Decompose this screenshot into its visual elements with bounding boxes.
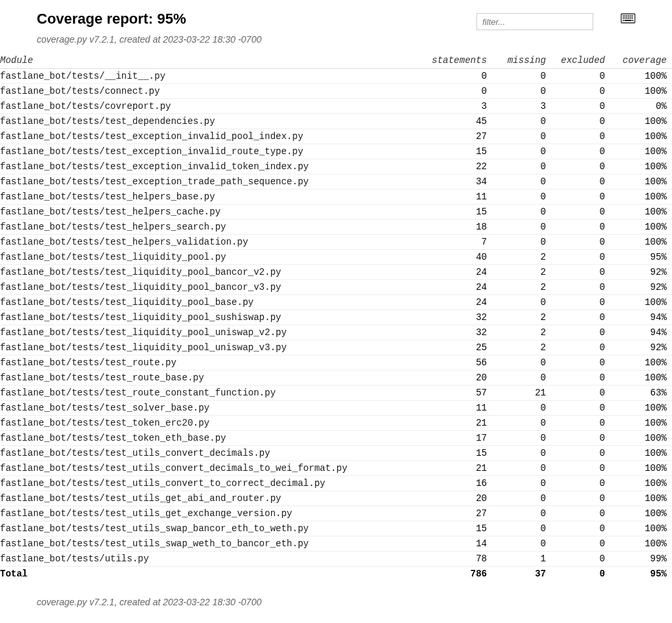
cell-cov: 100% — [613, 461, 672, 476]
module-link[interactable]: fastlane_bot/tests/test_route_constant_f… — [0, 386, 423, 401]
table-row: fastlane_bot/tests/test_solver_base.py11… — [0, 401, 672, 416]
col-statements[interactable]: statements — [423, 52, 495, 69]
cell-miss: 0 — [495, 69, 554, 84]
cell-miss: 0 — [495, 129, 554, 144]
cell-excl: 0 — [554, 431, 613, 446]
svg-rect-9 — [626, 18, 627, 19]
svg-rect-6 — [632, 15, 633, 16]
cell-miss: 2 — [495, 250, 554, 265]
table-row: fastlane_bot/tests/test_utils_swap_banco… — [0, 521, 672, 536]
module-link[interactable]: fastlane_bot/tests/test_exception_invali… — [0, 159, 423, 174]
cell-stmts: 78 — [423, 552, 495, 567]
cell-excl: 0 — [554, 235, 613, 250]
cell-stmts: 16 — [423, 476, 495, 491]
module-link[interactable]: fastlane_bot/tests/test_helpers_cache.py — [0, 205, 423, 220]
cell-cov: 100% — [613, 144, 672, 159]
table-row: fastlane_bot/tests/test_utils_convert_to… — [0, 476, 672, 491]
col-missing[interactable]: missing — [495, 52, 554, 69]
svg-rect-2 — [625, 15, 626, 16]
cell-cov: 92% — [613, 265, 672, 280]
filter-input[interactable] — [476, 13, 593, 30]
svg-rect-8 — [625, 18, 626, 19]
module-link[interactable]: fastlane_bot/tests/test_exception_invali… — [0, 144, 423, 159]
module-link[interactable]: fastlane_bot/tests/test_liquidity_pool_b… — [0, 295, 423, 310]
col-module[interactable]: Module — [0, 52, 423, 69]
cell-miss: 2 — [495, 340, 554, 355]
table-row: fastlane_bot/tests/test_liquidity_pool.p… — [0, 250, 672, 265]
cell-miss: 0 — [495, 159, 554, 174]
cell-cov: 100% — [613, 235, 672, 250]
table-row: fastlane_bot/tests/test_liquidity_pool_b… — [0, 295, 672, 310]
module-link[interactable]: fastlane_bot/tests/test_utils_convert_to… — [0, 476, 423, 491]
cell-excl: 0 — [554, 416, 613, 431]
module-link[interactable]: fastlane_bot/tests/connect.py — [0, 84, 423, 99]
module-link[interactable]: fastlane_bot/tests/test_token_eth_base.p… — [0, 431, 423, 446]
cell-miss: 0 — [495, 220, 554, 235]
table-header-row: Module statements missing excluded cover… — [0, 52, 672, 69]
cell-stmts: 15 — [423, 144, 495, 159]
cell-miss: 2 — [495, 310, 554, 325]
table-row: fastlane_bot/tests/test_liquidity_pool_b… — [0, 265, 672, 280]
module-link[interactable]: fastlane_bot/tests/test_liquidity_pool_s… — [0, 310, 423, 325]
module-link[interactable]: fastlane_bot/tests/test_exception_invali… — [0, 129, 423, 144]
table-row: fastlane_bot/tests/test_utils_get_abi_an… — [0, 491, 672, 506]
module-link[interactable]: fastlane_bot/tests/test_utils_swap_weth_… — [0, 536, 423, 552]
cell-excl: 0 — [554, 99, 613, 114]
cell-cov: 92% — [613, 280, 672, 295]
cell-miss: 0 — [495, 295, 554, 310]
cell-cov: 100% — [613, 476, 672, 491]
cell-stmts: 32 — [423, 310, 495, 325]
cell-miss: 0 — [495, 174, 554, 190]
module-link[interactable]: fastlane_bot/tests/test_utils_get_exchan… — [0, 506, 423, 521]
keyboard-icon[interactable] — [621, 13, 635, 24]
module-link[interactable]: fastlane_bot/tests/test_utils_swap_banco… — [0, 521, 423, 536]
cell-miss: 0 — [495, 190, 554, 205]
cell-excl: 0 — [554, 129, 613, 144]
module-link[interactable]: fastlane_bot/tests/test_helpers_search.p… — [0, 220, 423, 235]
coverage-table: Module statements missing excluded cover… — [0, 52, 672, 581]
module-link[interactable]: fastlane_bot/tests/__init__.py — [0, 69, 423, 84]
module-link[interactable]: fastlane_bot/tests/test_route_base.py — [0, 371, 423, 386]
module-link[interactable]: fastlane_bot/tests/test_utils_convert_de… — [0, 461, 423, 476]
cell-stmts: 21 — [423, 416, 495, 431]
cell-excl: 0 — [554, 506, 613, 521]
cell-stmts: 32 — [423, 325, 495, 340]
module-link[interactable]: fastlane_bot/tests/utils.py — [0, 552, 423, 567]
module-link[interactable]: fastlane_bot/tests/test_dependencies.py — [0, 114, 423, 129]
cell-stmts: 20 — [423, 371, 495, 386]
module-link[interactable]: fastlane_bot/tests/test_token_erc20.py — [0, 416, 423, 431]
total-miss: 37 — [495, 567, 554, 582]
cell-cov: 94% — [613, 325, 672, 340]
module-link[interactable]: fastlane_bot/tests/test_helpers_validati… — [0, 235, 423, 250]
cell-miss: 1 — [495, 552, 554, 567]
table-row: fastlane_bot/tests/test_utils_convert_de… — [0, 446, 672, 461]
svg-rect-3 — [626, 15, 627, 16]
cell-cov: 100% — [613, 174, 672, 190]
module-link[interactable]: fastlane_bot/tests/test_liquidity_pool_b… — [0, 265, 423, 280]
subtitle: coverage.py v7.2.1, created at 2023-03-2… — [37, 34, 635, 45]
module-link[interactable]: fastlane_bot/tests/test_liquidity_pool_u… — [0, 325, 423, 340]
cell-cov: 100% — [613, 220, 672, 235]
module-link[interactable]: fastlane_bot/tests/test_helpers_base.py — [0, 190, 423, 205]
module-link[interactable]: fastlane_bot/tests/test_utils_get_abi_an… — [0, 491, 423, 506]
col-coverage[interactable]: coverage — [613, 52, 672, 69]
module-link[interactable]: fastlane_bot/tests/test_route.py — [0, 355, 423, 371]
table-row: fastlane_bot/tests/test_utils_get_exchan… — [0, 506, 672, 521]
cell-excl: 0 — [554, 205, 613, 220]
cell-miss: 0 — [495, 84, 554, 99]
module-link[interactable]: fastlane_bot/tests/test_liquidity_pool_b… — [0, 280, 423, 295]
svg-rect-7 — [623, 18, 624, 19]
cell-excl: 0 — [554, 174, 613, 190]
module-link[interactable]: fastlane_bot/tests/test_exception_trade_… — [0, 174, 423, 190]
cell-excl: 0 — [554, 144, 613, 159]
table-row: fastlane_bot/tests/test_helpers_base.py1… — [0, 190, 672, 205]
col-excluded[interactable]: excluded — [554, 52, 613, 69]
cell-excl: 0 — [554, 190, 613, 205]
module-link[interactable]: fastlane_bot/tests/test_utils_convert_de… — [0, 446, 423, 461]
cell-cov: 92% — [613, 340, 672, 355]
svg-rect-11 — [630, 18, 631, 19]
module-link[interactable]: fastlane_bot/tests/test_liquidity_pool_u… — [0, 340, 423, 355]
module-link[interactable]: fastlane_bot/tests/covreport.py — [0, 99, 423, 114]
module-link[interactable]: fastlane_bot/tests/test_solver_base.py — [0, 401, 423, 416]
module-link[interactable]: fastlane_bot/tests/test_liquidity_pool.p… — [0, 250, 423, 265]
